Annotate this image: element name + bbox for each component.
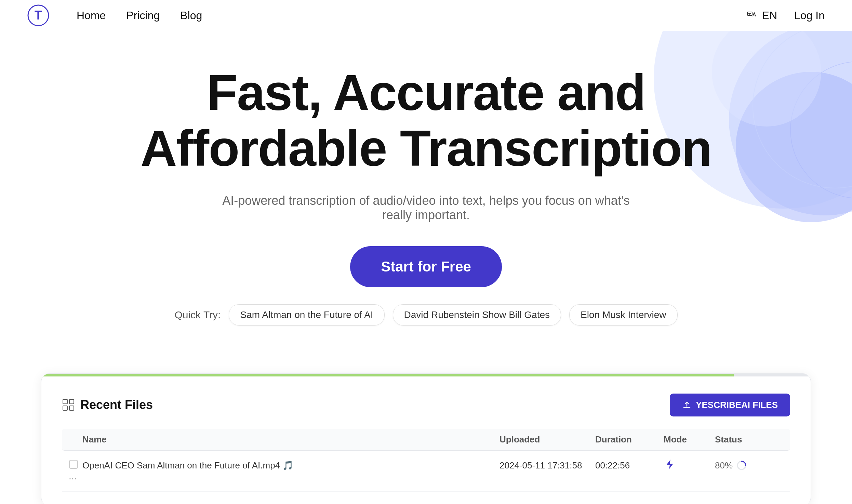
table-header-checkbox [69,434,82,445]
svg-rect-9 [63,399,67,404]
svg-rect-11 [63,406,67,410]
nav-right: EN Log In [746,9,825,22]
svg-rect-12 [69,406,74,410]
table-header-mode: Mode [664,434,715,445]
loading-spinner-icon [736,460,747,471]
quick-try-label: Quick Try: [174,309,221,321]
table-header-duration: Duration [595,434,664,445]
svg-marker-14 [666,460,673,469]
row-checkbox[interactable] [69,460,82,472]
nav-home[interactable]: Home [77,9,106,22]
start-free-button[interactable]: Start for Free [350,246,502,287]
row-duration: 00:22:56 [595,460,664,471]
language-selector[interactable]: EN [746,9,777,22]
upload-files-button[interactable]: YESCRIBEAI FILES [670,394,790,416]
progress-bar-fill [41,374,734,376]
language-label: EN [762,9,777,22]
svg-point-5 [736,72,852,222]
logo-icon: T [27,4,49,26]
navbar: T Home Pricing Blog EN Log In [0,0,852,31]
hero-title: Fast, Accurate and Affordable Transcript… [118,65,734,176]
row-uploaded: 2024-05-11 17:31:58 [500,460,595,471]
quick-tag-2[interactable]: Elon Musk Interview [569,304,678,326]
quick-tag-1[interactable]: David Rubenstein Show Bill Gates [393,304,561,326]
table-header: Name Uploaded Duration Mode Status [62,429,790,451]
svg-rect-13 [69,460,78,468]
recent-files-label: Recent Files [80,398,153,412]
translate-icon [746,9,759,22]
quick-tag-0[interactable]: Sam Altman on the Future of AI [229,304,384,326]
grid-icon [62,398,75,411]
row-more[interactable]: ··· [69,473,82,484]
nav-pricing[interactable]: Pricing [126,9,160,22]
table-row: OpenAI CEO Sam Altman on the Future of A… [62,451,790,492]
recent-files-header: Recent Files YESCRIBEAI FILES [62,394,790,416]
upload-icon [682,400,692,410]
row-name: OpenAI CEO Sam Altman on the Future of A… [82,460,500,471]
nav-blog[interactable]: Blog [180,9,202,22]
progress-bar-container [41,374,811,376]
table-header-uploaded: Uploaded [500,434,595,445]
row-status: 80% [715,460,783,471]
status-text: 80% [715,460,747,471]
row-mode [664,458,715,473]
nav-links: Home Pricing Blog [77,9,746,22]
logo: T [27,4,49,26]
hero-section: Fast, Accurate and Affordable Transcript… [0,31,852,353]
login-button[interactable]: Log In [794,9,825,22]
dashboard-preview: Recent Files YESCRIBEAI FILES Name Uploa… [41,373,811,504]
svg-rect-10 [69,399,74,404]
svg-point-6 [753,31,852,188]
table-header-status: Status [715,434,783,445]
quick-try-section: Quick Try: Sam Altman on the Future of A… [27,304,825,326]
svg-text:T: T [35,8,42,22]
hero-subtitle: AI-powered transcription of audio/video … [221,194,631,222]
files-table: Name Uploaded Duration Mode Status OpenA… [62,429,790,492]
svg-point-4 [729,31,852,215]
dashboard-content: Recent Files YESCRIBEAI FILES Name Uploa… [41,376,811,504]
lightning-icon [664,458,676,470]
svg-point-7 [790,62,852,198]
recent-files-title: Recent Files [62,398,153,412]
table-header-name: Name [82,434,500,445]
